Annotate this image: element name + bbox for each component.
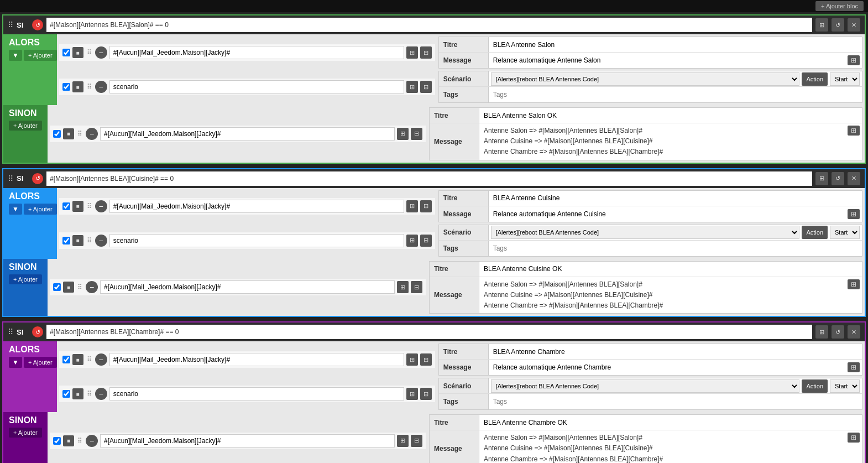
minus-btn-3-2[interactable]: −	[95, 388, 107, 400]
alors-ajouter-1[interactable]: + Ajouter	[24, 50, 57, 61]
sinon-ajouter-3[interactable]: + Ajouter	[9, 428, 42, 438]
action-btn-2-2[interactable]: Action	[802, 226, 828, 239]
copy-btn-1-2[interactable]: ⊞	[406, 81, 418, 93]
minus-btn-2-2[interactable]: −	[95, 235, 107, 247]
copy-btn-3-2[interactable]: ⊞	[406, 388, 418, 400]
alors-ajouter-2[interactable]: + Ajouter	[24, 204, 57, 215]
si-edit-btn-3[interactable]: ⊞	[815, 325, 828, 339]
si-condition-input-2[interactable]	[46, 171, 812, 186]
start-select-1-2[interactable]: Start	[830, 72, 860, 86]
si-close-btn-2[interactable]: ✕	[848, 172, 860, 185]
sinon-copy-3-1[interactable]: ⊞	[397, 435, 409, 447]
sinon-copy-2-1[interactable]: ⊞	[397, 281, 409, 293]
chk-2-2[interactable]	[62, 237, 70, 244]
sinon-copy-icon-2-1[interactable]: ⊞	[848, 279, 860, 289]
sinon-square-3-1[interactable]: ■	[63, 435, 74, 446]
sinon-input-3-1[interactable]	[100, 434, 395, 448]
input-titre-3-1[interactable]	[489, 346, 862, 358]
sinon-input-2-1[interactable]	[100, 280, 395, 294]
si-close-btn-1[interactable]: ✕	[848, 18, 860, 32]
paste-btn-1-1[interactable]: ⊟	[420, 46, 432, 59]
sinon-paste-1-1[interactable]: ⊟	[411, 128, 422, 140]
input-titre-1-1[interactable]	[489, 39, 862, 51]
tags-input-3-2[interactable]	[489, 396, 862, 408]
chk-1-2[interactable]	[62, 83, 70, 91]
si-undo-btn-1[interactable]: ↺	[832, 18, 844, 32]
minus-btn-1-1[interactable]: −	[95, 46, 107, 59]
copy-icon-3-1[interactable]: ⊞	[848, 362, 860, 372]
scenario-select-2-2[interactable]: [Alertes][reboot BLEA Antennes Code]	[491, 226, 800, 239]
sinon-minus-1-1[interactable]: −	[86, 128, 98, 140]
input-message-1-1[interactable]	[489, 54, 848, 66]
square-btn-2-2[interactable]: ■	[72, 235, 83, 246]
chk-3-2[interactable]	[62, 390, 70, 398]
input-message-2-1[interactable]	[489, 208, 848, 220]
minus-btn-2-1[interactable]: −	[95, 200, 107, 212]
alors-chevron-2[interactable]: ▼	[9, 204, 22, 215]
minus-btn-1-2[interactable]: −	[95, 81, 107, 93]
scenario-select-1-2[interactable]: [Alertes][reboot BLEA Antennes Code]	[491, 72, 800, 86]
si-undo-btn-2[interactable]: ↺	[832, 172, 844, 185]
si-condition-input-3[interactable]	[46, 325, 812, 339]
sinon-minus-3-1[interactable]: −	[86, 435, 98, 447]
scenario-select-3-2[interactable]: [Alertes][reboot BLEA Antennes Code]	[491, 379, 800, 393]
action-input-1-2[interactable]	[109, 80, 404, 93]
copy-btn-2-2[interactable]: ⊞	[406, 235, 418, 247]
alors-ajouter-3[interactable]: + Ajouter	[24, 357, 57, 368]
sinon-chk-3-1[interactable]	[53, 437, 61, 445]
copy-btn-2-1[interactable]: ⊞	[406, 200, 418, 212]
action-input-3-2[interactable]	[109, 387, 404, 400]
square-btn-1-2[interactable]: ■	[72, 81, 83, 92]
copy-icon-1-1[interactable]: ⊞	[848, 55, 860, 65]
action-input-2-2[interactable]	[109, 234, 404, 247]
sinon-input-titre-1-1[interactable]	[479, 110, 862, 122]
square-btn-3-2[interactable]: ■	[72, 388, 83, 399]
sinon-ajouter-2[interactable]: + Ajouter	[9, 274, 42, 284]
start-select-3-2[interactable]: Start	[830, 379, 860, 393]
sinon-input-titre-2-1[interactable]	[479, 263, 862, 275]
tags-input-2-2[interactable]	[489, 242, 862, 254]
sinon-copy-1-1[interactable]: ⊞	[397, 128, 409, 140]
sinon-copy-icon-1-1[interactable]: ⊞	[848, 126, 860, 136]
sinon-chk-2-1[interactable]	[53, 283, 61, 291]
chk-1-1[interactable]	[62, 49, 70, 56]
action-input-2-1[interactable]	[109, 200, 404, 213]
sinon-minus-2-1[interactable]: −	[86, 281, 98, 293]
start-select-2-2[interactable]: Start	[830, 226, 860, 239]
paste-btn-3-1[interactable]: ⊟	[420, 353, 432, 366]
sinon-ajouter-1[interactable]: + Ajouter	[9, 121, 42, 131]
si-undo-btn-3[interactable]: ↺	[832, 325, 844, 339]
si-edit-btn-1[interactable]: ⊞	[815, 18, 828, 32]
sinon-paste-3-1[interactable]: ⊟	[411, 435, 422, 447]
add-bloc-button[interactable]: + Ajouter bloc	[815, 1, 864, 11]
chk-2-1[interactable]	[62, 202, 70, 210]
sinon-square-1-1[interactable]: ■	[63, 128, 74, 139]
action-input-3-1[interactable]	[109, 353, 404, 366]
paste-btn-2-2[interactable]: ⊟	[420, 235, 432, 247]
action-btn-3-2[interactable]: Action	[802, 379, 828, 393]
sinon-input-titre-3-1[interactable]	[479, 417, 862, 429]
paste-btn-1-2[interactable]: ⊟	[420, 81, 432, 93]
paste-btn-3-2[interactable]: ⊟	[420, 388, 432, 400]
input-message-3-1[interactable]	[489, 361, 848, 373]
si-condition-input-1[interactable]	[46, 18, 812, 32]
action-input-1-1[interactable]	[109, 46, 404, 59]
action-btn-1-2[interactable]: Action	[802, 72, 828, 86]
si-close-btn-3[interactable]: ✕	[848, 325, 860, 339]
copy-icon-2-1[interactable]: ⊞	[848, 209, 860, 219]
minus-btn-3-1[interactable]: −	[95, 353, 107, 366]
square-btn-2-1[interactable]: ■	[72, 201, 83, 212]
square-btn-1-1[interactable]: ■	[72, 47, 83, 58]
sinon-input-1-1[interactable]	[100, 127, 395, 141]
copy-btn-3-1[interactable]: ⊞	[406, 353, 418, 366]
alors-chevron-1[interactable]: ▼	[9, 50, 22, 61]
sinon-square-2-1[interactable]: ■	[63, 282, 74, 293]
square-btn-3-1[interactable]: ■	[72, 354, 83, 365]
sinon-paste-2-1[interactable]: ⊟	[411, 281, 422, 293]
si-edit-btn-2[interactable]: ⊞	[815, 172, 828, 185]
input-titre-2-1[interactable]	[489, 192, 862, 204]
paste-btn-2-1[interactable]: ⊟	[420, 200, 432, 212]
copy-btn-1-1[interactable]: ⊞	[406, 46, 418, 59]
alors-chevron-3[interactable]: ▼	[9, 357, 22, 368]
sinon-chk-1-1[interactable]	[53, 130, 61, 138]
